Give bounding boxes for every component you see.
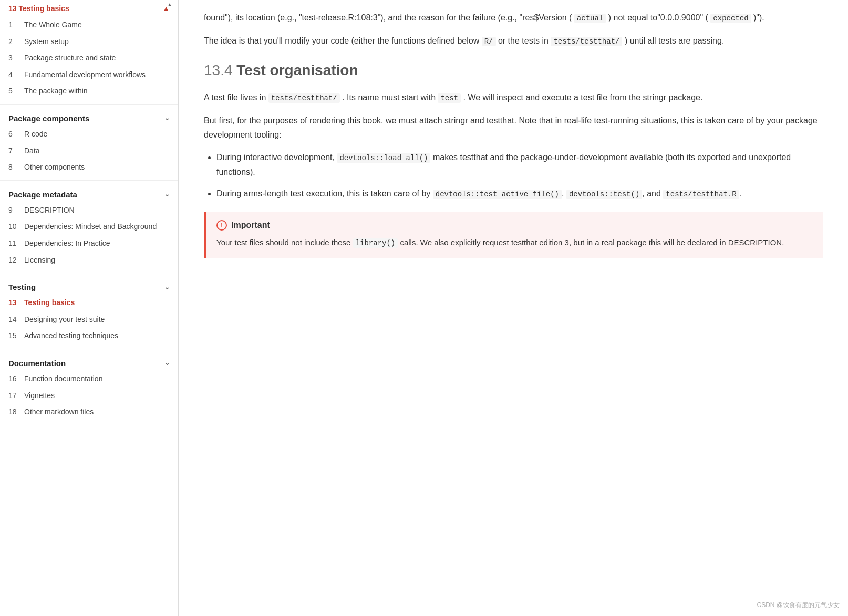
important-header: ! Important	[216, 220, 812, 231]
chevron-package-metadata: ⌄	[164, 191, 170, 198]
item-num-17: 17	[8, 391, 24, 401]
item-num-16: 16	[8, 374, 24, 384]
item-num-2: 2	[8, 37, 24, 47]
inline-code-test: test	[438, 93, 461, 103]
sidebar-item-3[interactable]: 3 Package structure and state	[0, 50, 178, 67]
chevron-package-components: ⌄	[164, 114, 170, 122]
item-label-12: Licensing	[24, 255, 55, 266]
sidebar-item-6[interactable]: 6 R code	[0, 126, 178, 143]
scroll-up-indicator[interactable]: ▲	[166, 0, 174, 8]
important-body: Your test files should not include these…	[216, 236, 812, 250]
important-icon: !	[216, 220, 227, 231]
sidebar-active-top-label: 13 Testing basics	[8, 4, 69, 13]
inline-code-test-active: devtools::test_active_file()	[433, 190, 562, 199]
section-testing-label: Testing	[8, 283, 36, 291]
bullet-item-1: During interactive development, devtools…	[216, 150, 823, 179]
inline-code-actual: actual	[574, 14, 606, 23]
item-num-4: 4	[8, 70, 24, 80]
org-paragraph: A test file lives in tests/testthat/ . I…	[204, 90, 823, 105]
idea-paragraph: The idea is that you'll modify your code…	[204, 34, 823, 48]
item-label-7: Data	[24, 146, 40, 156]
inline-code-testthat: tests/testthat/	[268, 93, 340, 103]
item-num-14: 14	[8, 315, 24, 325]
sidebar-active-top[interactable]: 13 Testing basics ▲	[0, 0, 178, 17]
item-num-15: 15	[8, 331, 24, 341]
item-label-17: Vignettes	[24, 391, 55, 401]
sidebar-item-14[interactable]: 14 Designing your test suite	[0, 311, 178, 328]
item-label-8: Other components	[24, 162, 85, 173]
section-documentation-label: Documentation	[8, 359, 66, 368]
section-package-metadata[interactable]: Package metadata ⌄	[0, 185, 178, 202]
item-num-9: 9	[8, 205, 24, 216]
item-num-5: 5	[8, 86, 24, 97]
section-testing[interactable]: Testing ⌄	[0, 277, 178, 295]
item-label-15: Advanced testing techniques	[24, 331, 118, 341]
sidebar-item-12[interactable]: 12 Licensing	[0, 252, 178, 269]
sidebar-item-10[interactable]: 10 Dependencies: Mindset and Background	[0, 218, 178, 235]
sidebar-item-7[interactable]: 7 Data	[0, 143, 178, 160]
inline-code-tests: tests/testthat/	[551, 37, 622, 46]
item-num-18: 18	[8, 407, 24, 417]
item-label-10: Dependencies: Mindset and Background	[24, 222, 157, 232]
bullet-list: During interactive development, devtools…	[216, 150, 823, 201]
section-package-components[interactable]: Package components ⌄	[0, 109, 178, 126]
sidebar-item-13[interactable]: 13 Testing basics	[0, 295, 178, 311]
item-num-3: 3	[8, 53, 24, 64]
inline-code-library: library()	[353, 238, 398, 248]
sidebar-item-11[interactable]: 11 Dependencies: In Practice	[0, 235, 178, 252]
sidebar-item-5[interactable]: 5 The package within	[0, 83, 178, 100]
item-label-14: Designing your test suite	[24, 315, 105, 325]
item-num-13: 13	[8, 298, 24, 308]
inline-code-test: devtools::test()	[566, 190, 642, 199]
item-label-4: Fundamental development workflows	[24, 70, 146, 80]
item-num-11: 11	[8, 238, 24, 249]
item-label-18: Other markdown files	[24, 407, 94, 417]
item-label-13: Testing basics	[24, 298, 75, 308]
sidebar-item-8[interactable]: 8 Other components	[0, 159, 178, 176]
section-number: 13.4	[204, 62, 236, 78]
main-content: found"), its location (e.g., "test-relea…	[179, 0, 848, 616]
section-title-text: Test organisation	[236, 62, 358, 78]
section-package-metadata-label: Package metadata	[8, 190, 77, 199]
sidebar-item-15[interactable]: 15 Advanced testing techniques	[0, 328, 178, 344]
item-label-1: The Whole Game	[24, 20, 82, 30]
section-package-components-label: Package components	[8, 114, 89, 123]
item-label-6: R code	[24, 129, 47, 140]
item-num-6: 6	[8, 129, 24, 140]
sidebar-item-4[interactable]: 4 Fundamental development workflows	[0, 67, 178, 83]
chevron-testing: ⌄	[164, 284, 170, 291]
item-num-8: 8	[8, 162, 24, 173]
item-label-11: Dependencies: In Practice	[24, 238, 110, 249]
sidebar-item-17[interactable]: 17 Vignettes	[0, 388, 178, 404]
section-heading-13-4: 13.4 Test organisation	[204, 61, 823, 80]
watermark: CSDN @饮食有度的元气少女	[757, 601, 840, 610]
but-first-paragraph: But first, for the purposes of rendering…	[204, 113, 823, 142]
inline-code-r: R/	[482, 37, 496, 46]
item-num-12: 12	[8, 255, 24, 266]
sidebar: ▲ 13 Testing basics ▲ 1 The Whole Game 2…	[0, 0, 179, 616]
sidebar-item-16[interactable]: 16 Function documentation	[0, 371, 178, 388]
item-label-16: Function documentation	[24, 374, 102, 384]
item-label-2: System setup	[24, 37, 69, 47]
bullet-item-2: During arms-length test execution, this …	[216, 186, 823, 201]
item-num-7: 7	[8, 146, 24, 156]
item-num-1: 1	[8, 20, 24, 30]
chevron-documentation: ⌄	[164, 359, 170, 367]
sidebar-item-1[interactable]: 1 The Whole Game	[0, 17, 178, 34]
sidebar-item-9[interactable]: 9 DESCRIPTION	[0, 202, 178, 219]
sidebar-item-18[interactable]: 18 Other markdown files	[0, 404, 178, 421]
item-num-10: 10	[8, 222, 24, 232]
section-documentation[interactable]: Documentation ⌄	[0, 353, 178, 371]
item-label-5: The package within	[24, 86, 88, 97]
inline-code-expected: expected	[710, 14, 751, 23]
sidebar-item-2[interactable]: 2 System setup	[0, 34, 178, 50]
important-box: ! Important Your test files should not i…	[204, 212, 823, 258]
intro-paragraph: found"), its location (e.g., "test-relea…	[204, 11, 823, 25]
important-title: Important	[231, 221, 270, 230]
inline-code-testthat-r: tests/testthat.R	[663, 190, 739, 199]
item-label-3: Package structure and state	[24, 53, 116, 64]
item-label-9: DESCRIPTION	[24, 205, 75, 216]
inline-code-load-all: devtools::load_all()	[337, 153, 430, 163]
